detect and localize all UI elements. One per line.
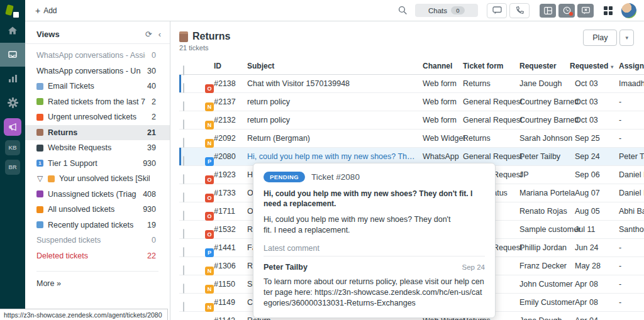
ticket-requested-date: Oct 03 <box>575 93 598 111</box>
ticket-subject[interactable]: return policy <box>247 111 417 129</box>
ticket-requester: Sarah Johnson <box>519 130 572 147</box>
ticket-subject[interactable]: return policy <box>247 93 417 111</box>
collapse-chevron-icon[interactable]: ‹ <box>158 30 161 39</box>
ticket-assignee: Santhosh <box>619 221 644 238</box>
row-checkbox[interactable] <box>183 119 184 130</box>
ticket-form: General Request <box>463 93 523 111</box>
play-options-button[interactable]: ▾ <box>619 30 634 46</box>
row-checkbox[interactable] <box>183 229 184 239</box>
status-badge: N <box>205 102 214 111</box>
workspace-br-button[interactable]: BR <box>5 160 20 175</box>
column-header-id[interactable]: ID <box>214 58 221 74</box>
ticket-assignee: - <box>619 93 621 111</box>
ticket-id: #1306 <box>214 257 236 275</box>
workspace-kb-button[interactable]: KB <box>5 140 20 155</box>
view-item-website-requests[interactable]: Website Requests39 <box>25 140 170 156</box>
chats-toggle[interactable]: Chats 0 <box>415 4 478 17</box>
row-checkbox[interactable] <box>183 265 184 275</box>
ticket-assignee: - <box>619 130 621 147</box>
link-status-bar: https://z3n-showcase.zendesk.com/agent/t… <box>0 309 168 320</box>
add-tab-button[interactable]: + Add <box>35 6 57 15</box>
whatsapp-app-button[interactable] <box>558 4 575 18</box>
product-logo-icon[interactable] <box>5 5 20 18</box>
view-item-your-unsolved-tickets-skil[interactable]: ▽Your unsolved tickets [Skil... <box>25 171 170 187</box>
view-item-recently-updated-tickets[interactable]: Recently updated tickets19 <box>25 218 170 233</box>
row-checkbox[interactable] <box>183 284 184 294</box>
search-icon[interactable] <box>398 6 408 15</box>
column-header-channel[interactable]: Channel <box>423 58 452 74</box>
row-checkbox[interactable] <box>183 174 184 184</box>
home-nav-button[interactable] <box>0 19 25 43</box>
view-item-count: 30 <box>147 67 156 75</box>
view-item-label: Tier 1 Support <box>48 159 136 168</box>
row-checkbox[interactable] <box>183 156 184 166</box>
ticket-id: #1733 <box>214 184 236 202</box>
ticket-assignee: - <box>619 257 621 275</box>
admin-nav-button[interactable] <box>0 91 25 114</box>
column-header-subject[interactable]: Subject <box>247 58 274 74</box>
row-checkbox[interactable] <box>183 302 184 312</box>
view-item-email-tickets[interactable]: Email Tickets40 <box>25 79 170 94</box>
row-checkbox[interactable] <box>183 138 184 148</box>
more-views-link[interactable]: More » <box>25 272 170 295</box>
table-row-2092[interactable]: N#2092Return (Bergman)Web WidgetReturnsS… <box>179 130 644 148</box>
ticket-subject[interactable]: Return (Bergman) <box>247 130 417 147</box>
page-title: Returns <box>192 31 230 42</box>
ticket-subject[interactable]: Chat with Visitor 1570139948 <box>247 75 417 92</box>
select-all-checkbox[interactable] <box>183 65 184 75</box>
chat-dismiss-app-button[interactable] <box>577 4 594 18</box>
ticket-id: #1532 <box>214 221 236 238</box>
row-checkbox[interactable] <box>183 247 184 257</box>
column-header-ticket-form[interactable]: Ticket form <box>463 58 503 74</box>
view-item-returns[interactable]: Returns21 <box>25 125 170 141</box>
reporting-nav-button[interactable] <box>0 67 25 91</box>
play-button[interactable]: Play <box>583 30 617 46</box>
view-item-tier-1-support[interactable]: 1Tier 1 Support930 <box>25 156 170 172</box>
refresh-icon[interactable]: ⟳ <box>145 30 152 39</box>
row-checkbox[interactable] <box>183 101 184 111</box>
view-item-suspended-tickets[interactable]: Suspended tickets0 <box>25 233 170 248</box>
views-list: WhatsApp conversations - Assig...0WhatsA… <box>25 48 170 263</box>
status-badge: P <box>205 157 214 166</box>
ticket-requester: Courtney Barnett <box>519 111 579 129</box>
unread-indicator <box>179 75 181 92</box>
column-header-requester[interactable]: Requester <box>519 58 557 74</box>
view-item-whatsapp-conversations-assig[interactable]: WhatsApp conversations - Assig...0 <box>25 48 170 63</box>
view-item-whatsapp-conversations-unass[interactable]: WhatsApp conversations - Unass...30 <box>25 63 170 79</box>
view-item-count: 19 <box>147 221 156 229</box>
talk-button[interactable] <box>509 3 530 18</box>
announcements-button[interactable] <box>4 118 21 136</box>
app-panel-button[interactable] <box>540 4 556 18</box>
column-header-assignee[interactable]: Assignee <box>619 58 644 74</box>
view-item-label: Recently updated tickets <box>48 221 141 229</box>
view-actions: Play ▾ <box>583 30 634 46</box>
view-item-unassigned-tickets-triage[interactable]: Unassigned tickets (Triage)408 <box>25 187 170 202</box>
row-checkbox[interactable] <box>183 192 184 202</box>
conversations-button[interactable] <box>487 3 507 18</box>
view-item-rated-tickets-from-the-last-7-d[interactable]: Rated tickets from the last 7 d...2 <box>25 94 170 110</box>
ticket-requested-date: Jul 11 <box>575 221 595 238</box>
ticket-requester: Phillip Jordan <box>519 239 567 257</box>
ticket-assignee: Daniel Ru <box>619 166 644 184</box>
chats-label: Chats <box>428 7 447 14</box>
row-checkbox[interactable] <box>183 83 184 93</box>
table-row-2137[interactable]: N#2137return policyWeb formGeneral Reque… <box>179 93 644 111</box>
table-row-2138[interactable]: O#2138Chat with Visitor 1570139948Web fo… <box>179 75 644 93</box>
ticket-channel: Web form <box>423 93 457 111</box>
ticket-requester: Jane Dough <box>519 75 562 92</box>
latest-comment-label: Latest comment <box>264 244 485 257</box>
view-item-deleted-tickets[interactable]: Deleted tickets22 <box>25 248 170 264</box>
view-item-all-unsolved-tickets[interactable]: All unsolved tickets930 <box>25 202 170 218</box>
views-panel-header: Views ⟳ ‹ <box>25 21 170 44</box>
view-item-label: All unsolved tickets <box>48 205 136 214</box>
user-avatar[interactable] <box>621 3 636 18</box>
apps-grid-icon[interactable] <box>604 6 613 15</box>
view-item-label: Email Tickets <box>48 82 141 91</box>
table-row-2132[interactable]: N#2132return policyWeb formGeneral Reque… <box>179 111 644 130</box>
ticket-id: #2092 <box>214 130 236 147</box>
views-nav-button[interactable] <box>0 43 25 67</box>
column-header-requested[interactable]: Requested▾ <box>570 58 613 75</box>
view-item-urgent-unresolved-tickets[interactable]: Urgent unresolved tickets2 <box>25 109 170 125</box>
row-checkbox[interactable] <box>183 211 184 221</box>
comment-author: Peter Tailby <box>264 263 462 272</box>
